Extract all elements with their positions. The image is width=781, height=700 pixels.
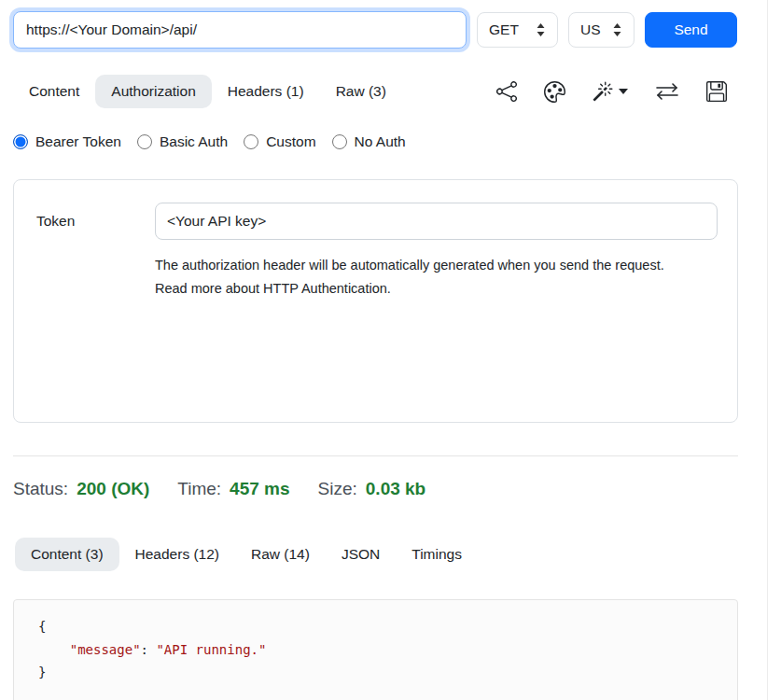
request-tabs: Content Authorization Headers (1) Raw (3… (13, 75, 402, 108)
json-indent (38, 642, 70, 657)
json-close-brace: } (38, 665, 46, 679)
response-body: { "message": "API running." } (13, 599, 738, 700)
auth-type-options: Bearer Token Basic Auth Custom No Auth (13, 133, 738, 150)
radio-icon (332, 134, 347, 149)
api-client-page: GET US Send Content Authorization Header… (0, 0, 781, 700)
url-input[interactable] (13, 11, 467, 49)
radio-no-auth[interactable]: No Auth (332, 133, 406, 150)
tab-raw[interactable]: Raw (3) (320, 75, 402, 108)
radio-basic-auth[interactable]: Basic Auth (137, 133, 228, 150)
radio-label: No Auth (355, 133, 406, 150)
palette-icon[interactable] (544, 81, 565, 103)
response-tab-raw[interactable]: Raw (14) (235, 538, 326, 571)
send-button[interactable]: Send (645, 12, 737, 48)
radio-label: Custom (266, 133, 315, 150)
size-value: 0.03 kb (366, 479, 425, 499)
save-icon[interactable] (706, 81, 727, 102)
request-bar: GET US Send (13, 0, 738, 49)
response-status-row: Status: 200 (OK) Time: 457 ms Size: 0.03… (13, 479, 738, 499)
swap-arrows-icon[interactable] (655, 81, 679, 102)
time-label: Time: (177, 479, 221, 499)
select-arrows-icon (612, 23, 622, 36)
radio-icon (137, 134, 152, 149)
radio-bearer-token[interactable]: Bearer Token (13, 133, 121, 150)
request-tabs-row: Content Authorization Headers (1) Raw (3… (13, 75, 738, 108)
region-select-value: US (580, 21, 601, 38)
response-json: { "message": "API running." } (38, 615, 737, 684)
radio-custom[interactable]: Custom (244, 133, 315, 150)
size-label: Size: (318, 479, 357, 499)
response-tab-headers[interactable]: Headers (12) (119, 538, 235, 571)
method-select[interactable]: GET (477, 12, 558, 48)
radio-label: Basic Auth (160, 133, 228, 150)
page-edge-divider (767, 0, 768, 700)
json-open-brace: { (38, 619, 46, 634)
tab-authorization[interactable]: Authorization (95, 75, 211, 108)
select-arrows-icon (536, 23, 546, 36)
magic-wand-icon[interactable] (593, 81, 628, 102)
response-tab-json[interactable]: JSON (326, 538, 396, 571)
status-value: 200 (OK) (77, 479, 149, 499)
chevron-down-icon (619, 89, 628, 94)
token-row: Token (36, 203, 737, 240)
status-label: Status: (13, 479, 68, 499)
radio-icon (13, 134, 28, 149)
json-value: "API running." (156, 642, 266, 657)
json-key: "message" (70, 642, 141, 657)
radio-icon (244, 134, 258, 149)
section-divider (13, 455, 738, 456)
response-tab-timings[interactable]: Timings (396, 538, 478, 571)
response-tab-content[interactable]: Content (3) (15, 538, 119, 571)
token-help-text: The authorization header will be automat… (155, 254, 698, 301)
radio-label: Bearer Token (35, 133, 121, 150)
token-input[interactable] (155, 203, 718, 240)
tab-headers[interactable]: Headers (1) (212, 75, 320, 108)
token-label: Token (36, 213, 155, 230)
response-tabs: Content (3) Headers (12) Raw (14) JSON T… (15, 538, 738, 571)
share-icon[interactable] (496, 81, 517, 102)
time-value: 457 ms (230, 479, 289, 499)
json-colon: : (141, 642, 157, 657)
tab-content[interactable]: Content (13, 75, 95, 108)
request-toolbar (496, 81, 727, 103)
bearer-token-panel: Token The authorization header will be a… (13, 179, 738, 423)
region-select[interactable]: US (568, 12, 635, 48)
method-select-value: GET (489, 21, 519, 38)
